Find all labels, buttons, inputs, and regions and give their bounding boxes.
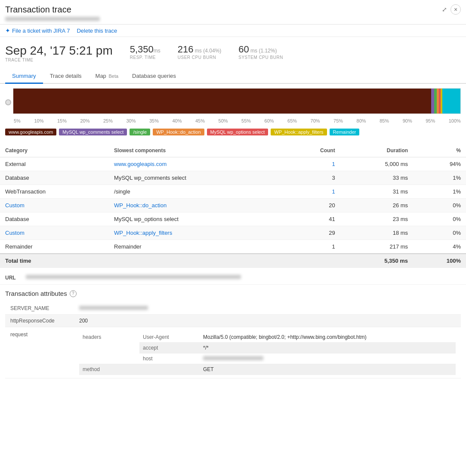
expand-button[interactable]: ⤢: [442, 4, 447, 15]
server-name-blur: [79, 306, 148, 310]
url-row: URL: [0, 271, 466, 285]
row-count: 41: [286, 212, 340, 226]
component-link[interactable]: WP_Hook::do_action: [114, 202, 167, 209]
sys-cpu-label: SYSTEM CPU BURN: [238, 55, 283, 60]
row-category: Custom: [0, 199, 109, 212]
close-button[interactable]: ×: [451, 4, 461, 15]
row-pct: 1%: [413, 171, 466, 185]
table-row: Database MySQL wp_options select 41 23 m…: [0, 212, 466, 226]
count-link[interactable]: 1: [332, 188, 335, 195]
total-duration: 5,350 ms: [340, 254, 413, 268]
total-label: Total time: [0, 254, 340, 268]
row-count: 1: [286, 240, 340, 254]
total-row: Total time 5,350 ms 100%: [0, 254, 466, 268]
row-pct: 0%: [413, 212, 466, 226]
row-pct: 0%: [413, 199, 466, 212]
http-code-value: 200: [74, 315, 461, 327]
component-link[interactable]: www.googleapis.com: [114, 161, 167, 167]
tab-database-queries[interactable]: Database queries: [125, 69, 183, 84]
scroll-indicator: [5, 99, 11, 105]
row-pct: 0%: [413, 226, 466, 240]
host-blur: [203, 356, 263, 360]
count-link[interactable]: 1: [332, 161, 335, 167]
trace-time-metric: Sep 24, '17 5:21 pm TRACE TIME: [5, 44, 113, 62]
resp-time-value: 5,350ms: [130, 44, 160, 55]
row-component: WP_Hook::apply_filters: [109, 226, 286, 240]
table-row: WebTransaction /single 1 31 ms 1%: [0, 185, 466, 199]
method-label: method: [79, 364, 139, 375]
row-count: 3: [286, 171, 340, 185]
transaction-attributes: Transaction attributes ? SERVER_NAME htt…: [0, 285, 466, 384]
legend-mysql-comments[interactable]: MySQL wp_comments select: [59, 129, 127, 135]
accept-value: */*: [200, 343, 456, 353]
url-label: URL: [5, 275, 22, 281]
user-cpu-label: USER CPU BURN: [178, 55, 221, 60]
attr-row-request: request headers User-Agent Mozilla/5.0 (…: [5, 327, 461, 378]
category-link[interactable]: Custom: [5, 230, 25, 236]
accept-key: accept: [139, 343, 200, 353]
row-component: Remainder: [109, 240, 286, 254]
table-row: Remainder Remainder 1 217 ms 4%: [0, 240, 466, 254]
jira-icon: ✦: [5, 27, 10, 34]
total-pct: 100%: [413, 254, 466, 268]
user-cpu-value: 216 ms (4.04%): [178, 44, 221, 55]
user-cpu-metric: 216 ms (4.04%) USER CPU BURN: [178, 44, 221, 60]
row-category: Database: [0, 171, 109, 185]
trace-time-value: Sep 24, '17 5:21 pm: [5, 44, 113, 58]
user-agent-value: Mozilla/5.0 (compatible; bingbot/2.0; +h…: [200, 332, 456, 343]
resp-time-metric: 5,350ms RESP. TIME: [130, 44, 160, 60]
page-header: Transaction trace ⤢ ×: [0, 0, 466, 25]
headers-key: headers: [79, 332, 139, 364]
resp-time-label: RESP. TIME: [130, 55, 160, 60]
tab-trace-details[interactable]: Trace details: [43, 69, 89, 84]
file-ticket-label: File a ticket with JIRA 7: [12, 28, 70, 34]
chart-area: 5% 10% 15% 20% 25% 30% 35% 40% 45% 50% 5…: [0, 84, 466, 141]
scroll-dot: [5, 99, 11, 105]
trace-time-label: TRACE TIME: [5, 58, 113, 62]
segment-googleapis: [13, 89, 431, 114]
table-row: Database MySQL wp_comments select 3 33 m…: [0, 171, 466, 185]
row-duration: 5,000 ms: [340, 157, 413, 171]
table-row: Custom WP_Hook::do_action 20 26 ms 0%: [0, 199, 466, 212]
legend-googleapis[interactable]: www.googleapis.com: [5, 129, 56, 135]
legend-options[interactable]: MySQL wp_options select: [207, 129, 268, 135]
col-count: Count: [286, 144, 340, 157]
segment-remainder: [442, 89, 460, 114]
legend-apply-filters[interactable]: WP_Hook::apply_filters: [271, 129, 327, 135]
section-title: Transaction attributes ?: [5, 290, 461, 297]
sys-cpu-value: 60 ms (1.12%): [238, 44, 283, 55]
delete-trace-button[interactable]: Delete this trace: [77, 28, 117, 34]
tab-summary[interactable]: Summary: [5, 69, 43, 84]
row-component: MySQL wp_comments select: [109, 171, 286, 185]
col-duration: Duration: [340, 144, 413, 157]
row-category: WebTransaction: [0, 185, 109, 199]
chart-ticks: 5% 10% 15% 20% 25% 30% 35% 40% 45% 50% 5…: [5, 117, 461, 127]
category-link[interactable]: Custom: [5, 202, 25, 209]
user-agent-key: User-Agent: [139, 332, 200, 343]
request-key: request: [5, 327, 74, 378]
component-link[interactable]: WP_Hook::apply_filters: [114, 230, 172, 236]
row-category: Database: [0, 212, 109, 226]
row-component: /single: [109, 185, 286, 199]
legend-single[interactable]: /single: [130, 129, 150, 135]
table-row: Custom WP_Hook::apply_filters 29 18 ms 0…: [0, 226, 466, 240]
map-badge: Beta: [108, 74, 118, 79]
app-name: [5, 15, 461, 21]
http-code-key: httpResponseCode: [5, 315, 74, 327]
row-duration: 26 ms: [340, 199, 413, 212]
toolbar: ✦ File a ticket with JIRA 7 Delete this …: [0, 25, 466, 37]
col-components: Slowest components: [109, 144, 286, 157]
legend-do-action[interactable]: WP_Hook::do_action: [153, 129, 204, 135]
attr-row-server: SERVER_NAME: [5, 302, 461, 315]
request-value: headers User-Agent Mozilla/5.0 (compatib…: [74, 327, 461, 378]
tab-map[interactable]: Map Beta: [89, 69, 126, 84]
url-value: [26, 275, 241, 279]
help-icon[interactable]: ?: [70, 290, 77, 297]
row-pct: 4%: [413, 240, 466, 254]
file-ticket-button[interactable]: ✦ File a ticket with JIRA 7: [5, 27, 70, 34]
page-title: Transaction trace: [5, 5, 71, 15]
row-duration: 217 ms: [340, 240, 413, 254]
table-row: External www.googleapis.com 1 5,000 ms 9…: [0, 157, 466, 171]
chart-bar: [13, 89, 460, 114]
legend-remainder[interactable]: Remainder: [330, 129, 360, 135]
